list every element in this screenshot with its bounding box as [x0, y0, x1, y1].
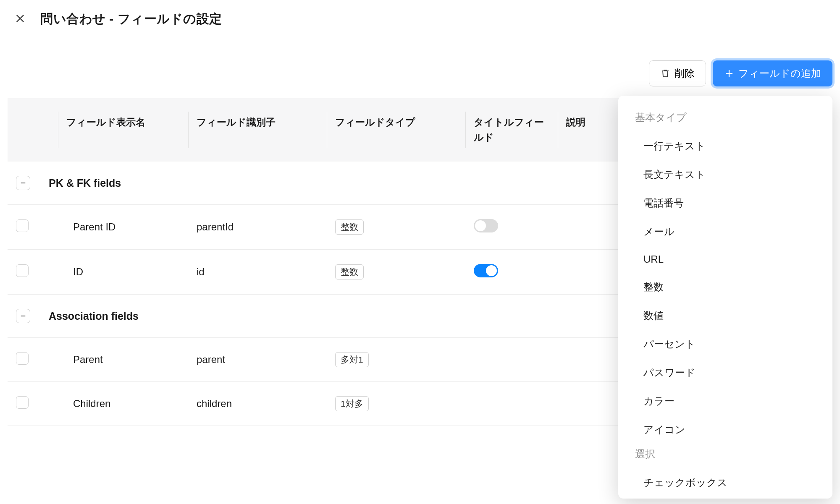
type-tag: 1対多 [335, 396, 369, 411]
group-label: PK & FK fields [49, 177, 121, 189]
type-tag: 整数 [335, 264, 364, 279]
dropdown-item[interactable]: カラー [635, 387, 827, 415]
dropdown-item[interactable]: チェックボックス [635, 468, 827, 490]
delete-button-label: 削除 [675, 67, 695, 80]
cell-identifier: parentId [188, 205, 327, 250]
dropdown-item[interactable]: パーセント [635, 330, 827, 358]
cell-display-name: Parent [66, 354, 103, 365]
minus-icon [19, 312, 27, 320]
dropdown-item[interactable]: 一行テキスト [635, 132, 827, 160]
col-header-identifier: フィールド識別子 [188, 98, 327, 162]
cell-identifier: children [188, 382, 327, 426]
cell-identifier: parent [188, 338, 327, 382]
dropdown-item[interactable]: アイコン [635, 415, 827, 444]
dropdown-item[interactable]: 電話番号 [635, 189, 827, 217]
title-field-toggle[interactable] [474, 264, 498, 277]
cell-identifier: id [188, 250, 327, 295]
dropdown-item[interactable]: 整数 [635, 273, 827, 301]
close-button[interactable] [12, 10, 29, 28]
title-field-toggle[interactable] [474, 219, 498, 232]
trash-icon [660, 68, 670, 78]
dropdown-group-label: 基本タイプ [635, 107, 827, 132]
cell-display-name: Parent ID [66, 221, 116, 232]
col-header-type: フィールドタイプ [327, 98, 465, 162]
add-field-button-label: フィールドの追加 [738, 67, 821, 80]
minus-icon [19, 179, 27, 187]
col-header-checkbox [8, 98, 58, 162]
type-tag: 多対1 [335, 352, 369, 367]
group-label: Association fields [49, 310, 139, 322]
dropdown-item[interactable]: 長文テキスト [635, 160, 827, 189]
page-title: 問い合わせ - フィールドの設定 [40, 10, 222, 28]
cell-display-name: ID [66, 266, 83, 277]
col-header-display-name: フィールド表示名 [58, 98, 188, 162]
col-header-title-field: タイトルフィールド [465, 98, 558, 162]
row-checkbox[interactable] [16, 396, 29, 409]
collapse-toggle[interactable] [16, 309, 30, 323]
row-checkbox[interactable] [16, 264, 29, 277]
close-icon [14, 13, 26, 24]
row-checkbox[interactable] [16, 219, 29, 232]
add-field-dropdown: 基本タイプ 一行テキスト 長文テキスト 電話番号 メール URL 整数 数値 パ… [618, 96, 832, 499]
delete-button[interactable]: 削除 [649, 60, 706, 86]
dropdown-item[interactable]: パスワード [635, 358, 827, 387]
cell-display-name: Children [66, 398, 110, 409]
add-field-button[interactable]: フィールドの追加 [713, 60, 832, 86]
dropdown-group-label: 選択 [635, 444, 827, 468]
collapse-toggle[interactable] [16, 176, 30, 190]
type-tag: 整数 [335, 219, 364, 235]
row-checkbox[interactable] [16, 352, 29, 365]
plus-icon [724, 68, 734, 78]
dropdown-item[interactable]: 数値 [635, 301, 827, 330]
dropdown-item[interactable]: URL [635, 246, 827, 273]
dropdown-item[interactable]: メール [635, 217, 827, 246]
